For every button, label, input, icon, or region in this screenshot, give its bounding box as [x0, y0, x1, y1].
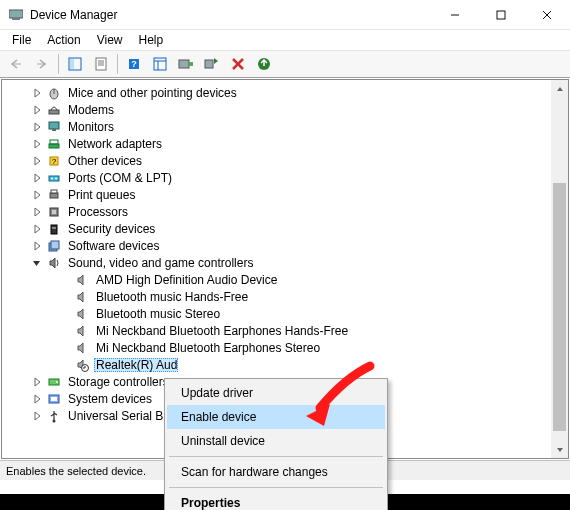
- chevron-right-icon[interactable]: [30, 205, 44, 219]
- titlebar: Device Manager: [0, 0, 570, 30]
- tree-category[interactable]: Mice and other pointing devices: [2, 84, 568, 101]
- maximize-button[interactable]: [478, 0, 524, 30]
- back-button[interactable]: [4, 53, 28, 75]
- chevron-right-icon[interactable]: [30, 409, 44, 423]
- speaker-icon: [74, 323, 90, 339]
- chevron-right-icon[interactable]: [30, 86, 44, 100]
- tree-label: Mi Neckband Bluetooth Earphones Stereo: [94, 341, 322, 355]
- chevron-right-icon[interactable]: [30, 239, 44, 253]
- tree-label: System devices: [66, 392, 154, 406]
- tree-category[interactable]: Monitors: [2, 118, 568, 135]
- tree-category[interactable]: Ports (COM & LPT): [2, 169, 568, 186]
- scan-hardware-button[interactable]: [252, 53, 276, 75]
- tree-label: Sound, video and game controllers: [66, 256, 255, 270]
- chevron-right-icon[interactable]: [30, 222, 44, 236]
- chevron-right-icon[interactable]: [30, 103, 44, 117]
- tree-label: Mice and other pointing devices: [66, 86, 239, 100]
- menu-action[interactable]: Action: [39, 31, 88, 49]
- cpu-icon: [46, 204, 62, 220]
- svg-text:?: ?: [131, 59, 137, 69]
- chevron-right-icon[interactable]: [30, 154, 44, 168]
- svg-rect-29: [52, 129, 56, 131]
- svg-rect-34: [49, 176, 59, 181]
- storage-icon: [46, 374, 62, 390]
- context-menu-item[interactable]: Properties: [167, 491, 385, 510]
- enable-device-button[interactable]: [200, 53, 224, 75]
- tree-label: Security devices: [66, 222, 157, 236]
- svg-rect-27: [49, 110, 59, 114]
- tree-spacer: [58, 290, 72, 304]
- properties-button[interactable]: [89, 53, 113, 75]
- forward-button[interactable]: [30, 53, 54, 75]
- chevron-right-icon[interactable]: [30, 188, 44, 202]
- svg-rect-9: [70, 59, 74, 69]
- context-menu-item[interactable]: Update driver: [167, 381, 385, 405]
- menu-file[interactable]: File: [4, 31, 39, 49]
- scroll-thumb[interactable]: [553, 183, 566, 431]
- tree-device[interactable]: Realtek(R) Audio: [2, 356, 568, 373]
- tree-label: Network adapters: [66, 137, 164, 151]
- tree-category[interactable]: Sound, video and game controllers: [2, 254, 568, 271]
- scroll-down-button[interactable]: [551, 441, 568, 458]
- vertical-scrollbar[interactable]: [551, 80, 568, 458]
- mouse-icon: [46, 85, 62, 101]
- tree-label: Software devices: [66, 239, 161, 253]
- tree-category[interactable]: Processors: [2, 203, 568, 220]
- chevron-right-icon[interactable]: [30, 392, 44, 406]
- toolbar-separator: [58, 54, 59, 74]
- menu-view[interactable]: View: [89, 31, 131, 49]
- svg-rect-16: [154, 58, 166, 70]
- chevron-down-icon[interactable]: [30, 256, 44, 270]
- tree-device[interactable]: Bluetooth music Stereo: [2, 305, 568, 322]
- window-buttons: [432, 0, 570, 30]
- speaker-icon: [74, 289, 90, 305]
- show-hidden-button[interactable]: [63, 53, 87, 75]
- tree-label: Print queues: [66, 188, 137, 202]
- menu-help[interactable]: Help: [131, 31, 172, 49]
- chevron-right-icon[interactable]: [30, 120, 44, 134]
- context-menu-separator: [169, 456, 383, 457]
- svg-rect-37: [50, 193, 58, 198]
- svg-rect-0: [9, 10, 23, 18]
- speaker-icon: [74, 272, 90, 288]
- chevron-right-icon[interactable]: [30, 137, 44, 151]
- tree-category[interactable]: Print queues: [2, 186, 568, 203]
- context-menu-item[interactable]: Uninstall device: [167, 429, 385, 453]
- tree-category[interactable]: Software devices: [2, 237, 568, 254]
- svg-point-47: [56, 381, 58, 383]
- tree-label: Universal Serial Bus controllers: [66, 409, 172, 423]
- tree-spacer: [58, 273, 72, 287]
- tree-device[interactable]: Mi Neckband Bluetooth Earphones Stereo: [2, 339, 568, 356]
- svg-rect-49: [51, 397, 57, 401]
- uninstall-button[interactable]: [226, 53, 250, 75]
- tree-label: AMD High Definition Audio Device: [94, 273, 279, 287]
- svg-point-36: [55, 177, 57, 179]
- chevron-right-icon[interactable]: [30, 171, 44, 185]
- scroll-up-button[interactable]: [551, 80, 568, 97]
- toolbar-separator: [117, 54, 118, 74]
- tree-spacer: [58, 358, 72, 372]
- tree-label: Ports (COM & LPT): [66, 171, 174, 185]
- view-button[interactable]: [148, 53, 172, 75]
- svg-rect-19: [179, 60, 189, 68]
- tree-category[interactable]: Modems: [2, 101, 568, 118]
- sound-icon: [46, 255, 62, 271]
- scroll-track[interactable]: [551, 97, 568, 441]
- tree-category[interactable]: Security devices: [2, 220, 568, 237]
- tree-category[interactable]: Network adapters: [2, 135, 568, 152]
- speaker-icon: [74, 340, 90, 356]
- context-menu-item[interactable]: Scan for hardware changes: [167, 460, 385, 484]
- tree-device[interactable]: AMD High Definition Audio Device: [2, 271, 568, 288]
- tree-category[interactable]: ?Other devices: [2, 152, 568, 169]
- chevron-right-icon[interactable]: [30, 375, 44, 389]
- minimize-button[interactable]: [432, 0, 478, 30]
- close-button[interactable]: [524, 0, 570, 30]
- context-menu-item[interactable]: Enable device: [167, 405, 385, 429]
- speaker-disabled-icon: [74, 357, 90, 373]
- help-button[interactable]: ?: [122, 53, 146, 75]
- svg-rect-1: [12, 18, 20, 20]
- tree-device[interactable]: Mi Neckband Bluetooth Earphones Hands-Fr…: [2, 322, 568, 339]
- tree-label: Other devices: [66, 154, 144, 168]
- tree-device[interactable]: Bluetooth music Hands-Free: [2, 288, 568, 305]
- update-driver-button[interactable]: [174, 53, 198, 75]
